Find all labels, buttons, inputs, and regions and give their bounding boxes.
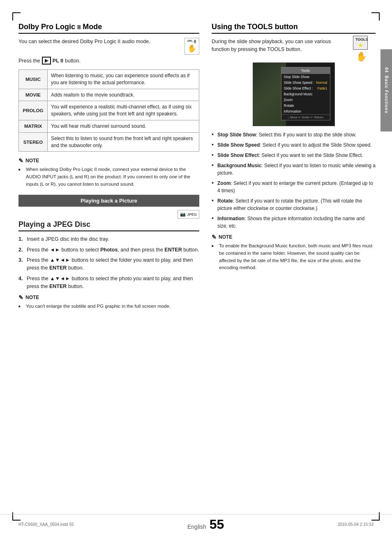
mode-label: PROLOG [19,101,48,120]
tools-button-image: TOOLS⭐ ✋ [351,36,376,58]
jpeg-note: ✎ NOTE You can't enlarge the subtitle an… [18,294,199,310]
jpeg-section: Playing a JPEG Disc 1.Insert a JPEG disc… [18,220,199,310]
tools-menu-item: Slide Show Speed :Normal [281,80,330,85]
mode-label: MOVIE [19,89,48,101]
page-number: 55 [210,517,224,532]
dolby-note-text: When selecting Dolby Pro Logic II mode, … [18,166,199,188]
mode-desc: When listening to music, you can experie… [48,70,199,89]
press-line: Press the ▶ PL II button. [18,57,199,65]
page-footer: HT-C6600_XAA_0504.indd 55 English 55 201… [0,514,392,532]
jpeg-note-text: You can't enlarge the subtitle and PG gr… [18,303,199,310]
footer-file: HT-C6600_XAA_0504.indd 55 [18,522,74,527]
list-item: Slide Show Speed: Select if you want to … [212,141,376,149]
tools-menu-item: Stop Slide Show [281,74,330,80]
tools-btn-rect: TOOLS⭐ [353,36,368,50]
table-row: PROLOGYou will experience a realistic mu… [19,101,199,120]
list-item: 2.Press the ◄► buttons to select Photos,… [18,246,199,254]
dolby-note: ✎ NOTE When selecting Dolby Pro Logic II… [18,157,199,188]
dolby-section-title: Dolby Pro Logic II Mode [18,23,199,34]
tools-menu-screenshot: Tools Stop Slide ShowSlide Show Speed :N… [253,62,335,126]
tools-note-text: To enable the Background Music function,… [212,242,376,272]
tools-note-title: ✎ NOTE [212,234,376,240]
jpeg-note-title: ✎ NOTE [18,294,199,301]
left-column: Dolby Pro Logic II Mode ᴰᴾᴸ II ✋ You can… [18,23,199,314]
jpeg-icon-area: JPEG [18,210,199,219]
mode-desc: Adds realism to the movie soundtrack. [48,89,199,101]
table-row: MATRIXYou will hear multi channel surrou… [19,120,199,132]
mode-label: MUSIC [19,70,48,89]
tools-menu-item: Zoom [281,97,330,103]
list-item: Rotate: Select if you want to rotate the… [212,197,376,212]
tools-intro-text: During the slide show playback, you can … [212,38,347,54]
playing-back-banner: Playing back a Picture [18,195,199,207]
jpeg-section-title: Playing a JPEG Disc [18,220,199,231]
mode-desc: You will experience a realistic multi-ch… [48,101,199,120]
dolby-modes-table: MUSICWhen listening to music, you can ex… [18,69,199,152]
tools-menu-item: Rotate [281,103,330,108]
mode-label: STEREO [19,132,48,152]
table-row: STEREOSelect this to listen to sound fro… [19,132,199,152]
mode-desc: You will hear multi channel surround sou… [48,120,199,132]
tools-intro: During the slide show playback, you can … [212,38,376,58]
footer-page: English 55 [187,517,224,532]
list-item: Information: Shows the picture informati… [212,215,376,230]
chapter-title: Basic Functions [384,76,389,113]
tools-section-title: Using the TOOLS button [212,23,376,34]
list-item: Stop Slide Show: Select this if you want… [212,131,376,138]
tools-menu-footer: ↕ Move ↵ Enter ↩ Return [281,114,330,120]
tools-menu-item: Information [281,108,330,114]
list-item: Zoom: Select if you want to enlarge the … [212,180,376,194]
tools-note: ✎ NOTE To enable the Background Music fu… [212,234,376,272]
table-row: MOVIEAdds realism to the movie soundtrac… [19,89,199,101]
list-item: Background Music: Select if you want to … [212,162,376,177]
tools-menu-item: Background Music [281,91,330,97]
table-row: MUSICWhen listening to music, you can ex… [19,70,199,89]
dolby-plii-badge: ᴰᴾᴸ II ✋ [184,38,199,55]
jpeg-note-icon: ✎ [18,294,23,301]
note-icon: ✎ [18,157,23,164]
pl-button-icon: ▶ [42,57,51,65]
mode-desc: Select this to listen to sound from the … [48,132,199,152]
tools-menu-overlay: Tools Stop Slide ShowSlide Show Speed :N… [281,67,330,120]
chapter-number: 04 [384,67,389,73]
list-item: 4.Press the ▲▼◄► buttons to select the p… [18,275,199,290]
chapter-tab: 04 Basic Functions [380,49,392,131]
right-column: Using the TOOLS button During the slide … [212,23,376,314]
dolby-note-title: ✎ NOTE [18,157,199,164]
tools-menu-header: Tools [281,67,330,74]
mode-label: MATRIX [19,120,48,132]
tools-menu-item: Slide Show Effect :Fade1 [281,85,330,91]
corner-mark-tr [371,12,380,21]
tools-bullets-list: Stop Slide Show: Select this if you want… [212,131,376,230]
list-item: Slide Show Effect: Select if you want to… [212,152,376,159]
tools-note-icon: ✎ [212,234,217,240]
jpeg-steps-list: 1.Insert a JPEG disc into the disc tray.… [18,235,199,290]
list-item: 3.Press the ▲▼◄► buttons to select the f… [18,256,199,272]
page-content: Dolby Pro Logic II Mode ᴰᴾᴸ II ✋ You can… [18,23,376,514]
footer-timestamp: 2010-05-04 2:15:33 [338,522,374,527]
corner-mark-tl [12,12,21,21]
jpeg-icon: JPEG [178,210,199,219]
two-column-layout: Dolby Pro Logic II Mode ᴰᴾᴸ II ✋ You can… [18,23,376,314]
dolby-section: Dolby Pro Logic II Mode ᴰᴾᴸ II ✋ You can… [18,23,199,188]
list-item: 1.Insert a JPEG disc into the disc tray. [18,235,199,243]
dolby-intro: You can select the desired Dolby Pro Log… [18,38,199,46]
hand-icon: ✋ [356,50,376,64]
